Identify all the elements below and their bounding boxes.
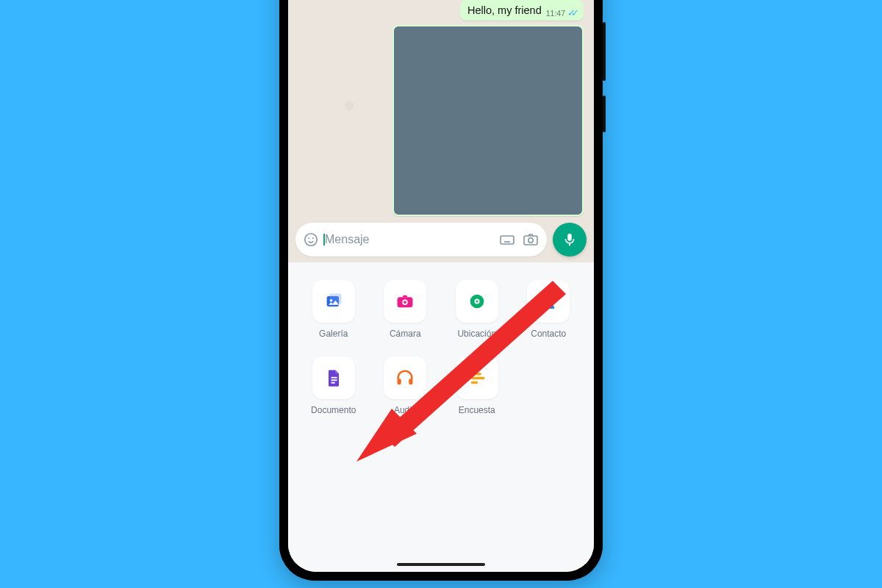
contact-icon <box>527 280 570 323</box>
svg-rect-22 <box>331 379 337 381</box>
message-input-container[interactable]: Mensaje <box>295 223 547 257</box>
svg-rect-23 <box>331 382 334 384</box>
camera-icon[interactable] <box>522 231 539 248</box>
attach-option-location[interactable]: Ubicación <box>448 280 506 339</box>
chat-area[interactable]: Hello, my friend 11:47 ✓✓ <box>288 0 594 218</box>
attach-label: Galería <box>319 329 348 339</box>
microphone-icon <box>562 232 578 248</box>
attach-option-audio[interactable]: Audio <box>376 356 435 415</box>
attach-label: Encuesta <box>459 405 495 415</box>
svg-point-20 <box>545 295 551 301</box>
svg-point-2 <box>312 237 314 239</box>
attach-label: Audio <box>394 405 417 415</box>
poll-icon <box>456 356 498 399</box>
phone-frame: Hello, my friend 11:47 ✓✓ Mens <box>279 0 603 581</box>
svg-rect-25 <box>409 379 413 384</box>
attach-label: Cámara <box>390 329 421 339</box>
message-time: 11:47 <box>546 9 565 18</box>
attach-option-contact[interactable]: Contacto <box>520 280 578 339</box>
svg-rect-26 <box>471 373 481 376</box>
phone-screen: Hello, my friend 11:47 ✓✓ Mens <box>288 0 594 572</box>
message-meta: 11:47 ✓✓ <box>546 7 578 18</box>
message-input-row: Mensaje <box>288 218 594 262</box>
attach-label: Ubicación <box>457 329 496 339</box>
gallery-icon <box>312 280 355 323</box>
home-indicator[interactable] <box>397 563 485 566</box>
svg-rect-3 <box>501 236 514 244</box>
voice-message-button[interactable] <box>553 223 587 257</box>
attach-option-document[interactable]: Documento <box>304 356 363 415</box>
message-text: Hello, my friend <box>467 4 542 16</box>
svg-rect-27 <box>471 377 485 380</box>
camera-attachment-icon <box>384 280 426 323</box>
read-receipt-icon: ✓✓ <box>567 7 575 18</box>
svg-rect-9 <box>524 236 537 245</box>
attach-option-poll[interactable]: Encuesta <box>448 356 506 415</box>
svg-point-0 <box>305 234 318 246</box>
svg-point-13 <box>330 299 333 302</box>
message-input[interactable]: Mensaje <box>325 233 492 246</box>
outgoing-image-attachment[interactable] <box>392 25 584 216</box>
attach-option-gallery[interactable]: Galería <box>304 280 363 339</box>
emoji-icon[interactable] <box>303 232 319 248</box>
attachment-grid: Galería Cámara Ubicación <box>304 280 578 415</box>
svg-point-16 <box>404 301 406 304</box>
keyboard-icon[interactable] <box>498 231 516 248</box>
attach-option-camera[interactable]: Cámara <box>376 280 435 339</box>
svg-point-10 <box>528 238 533 243</box>
svg-point-1 <box>308 237 309 239</box>
attachment-panel: Galería Cámara Ubicación <box>288 262 594 572</box>
svg-point-19 <box>476 300 478 302</box>
attach-label: Contacto <box>531 329 566 339</box>
svg-rect-21 <box>331 377 337 379</box>
location-icon <box>456 280 498 323</box>
outgoing-message[interactable]: Hello, my friend 11:47 ✓✓ <box>460 0 584 21</box>
audio-icon <box>384 356 426 399</box>
attach-label: Documento <box>311 405 356 415</box>
document-icon <box>312 356 355 399</box>
svg-rect-28 <box>471 381 478 384</box>
svg-rect-24 <box>398 379 401 384</box>
